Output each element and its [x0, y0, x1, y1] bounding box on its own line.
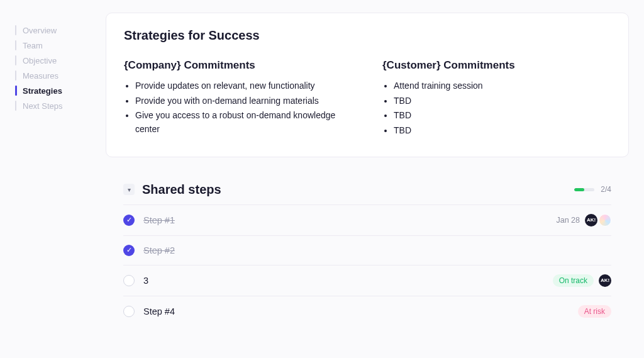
company-commitments: {Company} Commitments Provide updates on…	[124, 59, 352, 139]
status-badge: On track	[553, 274, 594, 287]
step-checkbox[interactable]	[123, 306, 135, 317]
step-label: Step #4	[143, 306, 569, 316]
step-meta: Jan 28AK!	[556, 214, 611, 227]
shared-steps-section: ▾ Shared steps 2/4 ✓Step #1Jan 28AK!✓Ste…	[106, 182, 629, 327]
step-checkbox[interactable]	[123, 275, 135, 286]
sidebar-item-next-steps[interactable]: Next Steps	[15, 98, 91, 113]
step-meta: At risk	[578, 305, 611, 318]
customer-commitments: {Customer} Commitments Attend training s…	[382, 59, 611, 139]
sidebar-item-objective[interactable]: Objective	[15, 53, 91, 68]
sidebar-item-label: Team	[23, 41, 43, 50]
shared-steps-list: ✓Step #1Jan 28AK!✓Step #23On trackAK!Ste…	[123, 204, 611, 327]
step-label: Step #2	[143, 245, 602, 255]
sidebar-item-label: Overview	[23, 26, 57, 35]
progress-fill	[574, 188, 584, 191]
step-date: Jan 28	[556, 216, 580, 225]
list-item: TBD	[394, 109, 611, 123]
avatar[interactable]: AK!	[585, 214, 597, 227]
step-label: Step #1	[143, 215, 547, 225]
sidebar: OverviewTeamObjectiveMeasuresStrategiesN…	[15, 13, 91, 327]
main-column: Strategies for Success {Company} Commitm…	[106, 13, 629, 327]
avatar[interactable]: AK!	[599, 274, 611, 287]
list-item: Provide you with on-demand learning mate…	[135, 94, 352, 108]
shared-steps-header: ▾ Shared steps 2/4	[123, 182, 611, 197]
sidebar-item-label: Measures	[23, 71, 58, 81]
shared-steps-title: Shared steps	[142, 182, 567, 197]
step-row[interactable]: ✓Step #2	[123, 235, 611, 265]
sidebar-item-overview[interactable]: Overview	[15, 23, 91, 38]
avatar[interactable]	[599, 214, 611, 227]
customer-commitments-list: Attend training sessionTBDTBDTBD	[382, 79, 611, 138]
step-row[interactable]: Step #4At risk	[123, 296, 611, 327]
strategies-card: Strategies for Success {Company} Commitm…	[106, 13, 629, 157]
step-meta: On trackAK!	[553, 274, 611, 287]
sidebar-item-strategies[interactable]: Strategies	[15, 83, 91, 98]
list-item: Attend training session	[394, 79, 611, 93]
company-commitments-heading: {Company} Commitments	[124, 59, 352, 72]
status-badge: At risk	[578, 305, 611, 318]
sidebar-item-label: Strategies	[23, 86, 62, 96]
progress-bar	[574, 188, 594, 191]
check-icon[interactable]: ✓	[123, 215, 135, 226]
step-row[interactable]: ✓Step #1Jan 28AK!	[123, 204, 611, 235]
customer-commitments-heading: {Customer} Commitments	[382, 59, 611, 72]
sidebar-item-measures[interactable]: Measures	[15, 68, 91, 83]
strategies-title: Strategies for Success	[124, 28, 611, 43]
chevron-down-icon: ▾	[128, 186, 131, 193]
sidebar-item-team[interactable]: Team	[15, 38, 91, 53]
check-icon[interactable]: ✓	[123, 245, 135, 256]
sidebar-item-label: Objective	[23, 56, 57, 65]
collapse-toggle[interactable]: ▾	[123, 184, 135, 195]
step-row[interactable]: 3On trackAK!	[123, 265, 611, 296]
commitments-columns: {Company} Commitments Provide updates on…	[124, 59, 611, 139]
list-item: Provide updates on relevant, new functio…	[135, 79, 352, 93]
company-commitments-list: Provide updates on relevant, new functio…	[124, 79, 352, 137]
list-item: TBD	[394, 94, 611, 108]
step-label: 3	[143, 276, 544, 286]
progress-label: 2/4	[601, 185, 611, 194]
list-item: TBD	[394, 124, 611, 138]
list-item: Give you access to a robust on-demand kn…	[135, 109, 352, 136]
sidebar-item-label: Next Steps	[23, 101, 63, 111]
progress-indicator: 2/4	[574, 185, 611, 194]
